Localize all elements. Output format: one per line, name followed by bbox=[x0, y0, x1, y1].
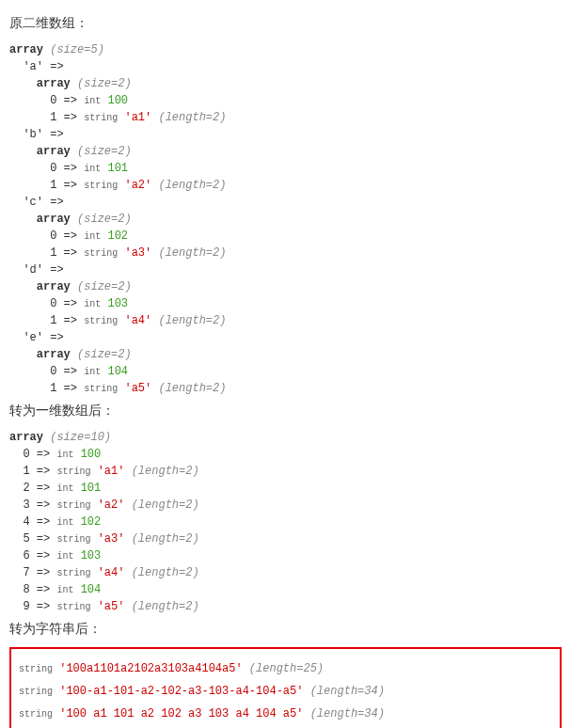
string-line-2: string '100 a1 101 a2 102 a3 103 a4 104 … bbox=[19, 705, 552, 722]
dump-1d-array: array (size=10) 0 => int 100 1 => string… bbox=[9, 429, 562, 615]
heading-strings: 转为字符串后： bbox=[9, 621, 562, 638]
string-output-box: string '100a1101a2102a3103a4104a5' (leng… bbox=[9, 647, 562, 728]
heading-1d-array: 转为一维数组后： bbox=[9, 403, 562, 419]
dump-2d-array: array (size=5) 'a' => array (size=2) 0 =… bbox=[9, 41, 562, 397]
heading-2d-array: 原二维数组： bbox=[9, 15, 562, 32]
string-line-1: string '100-a1-101-a2-102-a3-103-a4-104-… bbox=[19, 683, 552, 700]
string-line-0: string '100a1101a2102a3103a4104a5' (leng… bbox=[19, 660, 552, 677]
